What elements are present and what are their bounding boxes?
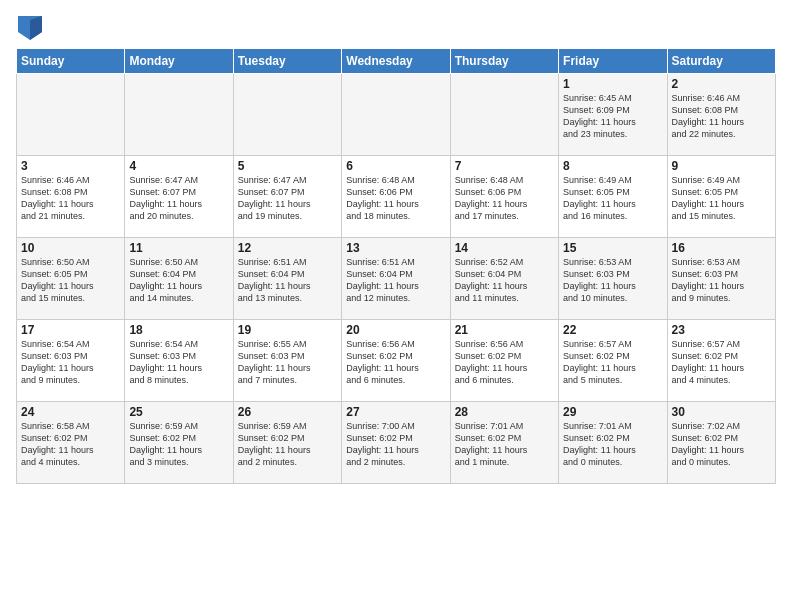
calendar-cell: 4Sunrise: 6:47 AM Sunset: 6:07 PM Daylig… xyxy=(125,156,233,238)
day-number: 6 xyxy=(346,159,445,173)
day-info: Sunrise: 7:01 AM Sunset: 6:02 PM Dayligh… xyxy=(563,420,662,469)
calendar-cell: 9Sunrise: 6:49 AM Sunset: 6:05 PM Daylig… xyxy=(667,156,775,238)
header xyxy=(16,12,776,40)
calendar-cell: 20Sunrise: 6:56 AM Sunset: 6:02 PM Dayli… xyxy=(342,320,450,402)
day-info: Sunrise: 6:49 AM Sunset: 6:05 PM Dayligh… xyxy=(563,174,662,223)
day-number: 16 xyxy=(672,241,771,255)
week-row-5: 24Sunrise: 6:58 AM Sunset: 6:02 PM Dayli… xyxy=(17,402,776,484)
calendar-cell: 3Sunrise: 6:46 AM Sunset: 6:08 PM Daylig… xyxy=(17,156,125,238)
week-row-1: 1Sunrise: 6:45 AM Sunset: 6:09 PM Daylig… xyxy=(17,74,776,156)
day-number: 11 xyxy=(129,241,228,255)
calendar-cell: 24Sunrise: 6:58 AM Sunset: 6:02 PM Dayli… xyxy=(17,402,125,484)
week-row-3: 10Sunrise: 6:50 AM Sunset: 6:05 PM Dayli… xyxy=(17,238,776,320)
day-number: 4 xyxy=(129,159,228,173)
day-info: Sunrise: 6:45 AM Sunset: 6:09 PM Dayligh… xyxy=(563,92,662,141)
calendar-cell: 16Sunrise: 6:53 AM Sunset: 6:03 PM Dayli… xyxy=(667,238,775,320)
day-number: 25 xyxy=(129,405,228,419)
day-info: Sunrise: 6:46 AM Sunset: 6:08 PM Dayligh… xyxy=(21,174,120,223)
header-monday: Monday xyxy=(125,49,233,74)
calendar-cell: 28Sunrise: 7:01 AM Sunset: 6:02 PM Dayli… xyxy=(450,402,558,484)
day-number: 5 xyxy=(238,159,337,173)
calendar-cell: 19Sunrise: 6:55 AM Sunset: 6:03 PM Dayli… xyxy=(233,320,341,402)
day-info: Sunrise: 6:59 AM Sunset: 6:02 PM Dayligh… xyxy=(238,420,337,469)
day-number: 14 xyxy=(455,241,554,255)
day-info: Sunrise: 6:53 AM Sunset: 6:03 PM Dayligh… xyxy=(672,256,771,305)
header-tuesday: Tuesday xyxy=(233,49,341,74)
calendar-cell: 8Sunrise: 6:49 AM Sunset: 6:05 PM Daylig… xyxy=(559,156,667,238)
calendar-cell: 10Sunrise: 6:50 AM Sunset: 6:05 PM Dayli… xyxy=(17,238,125,320)
calendar-cell xyxy=(450,74,558,156)
day-number: 13 xyxy=(346,241,445,255)
header-saturday: Saturday xyxy=(667,49,775,74)
calendar-cell: 18Sunrise: 6:54 AM Sunset: 6:03 PM Dayli… xyxy=(125,320,233,402)
day-info: Sunrise: 6:50 AM Sunset: 6:05 PM Dayligh… xyxy=(21,256,120,305)
day-number: 27 xyxy=(346,405,445,419)
page-container: SundayMondayTuesdayWednesdayThursdayFrid… xyxy=(0,0,792,492)
day-info: Sunrise: 6:48 AM Sunset: 6:06 PM Dayligh… xyxy=(455,174,554,223)
calendar-cell: 12Sunrise: 6:51 AM Sunset: 6:04 PM Dayli… xyxy=(233,238,341,320)
calendar-table: SundayMondayTuesdayWednesdayThursdayFrid… xyxy=(16,48,776,484)
header-row: SundayMondayTuesdayWednesdayThursdayFrid… xyxy=(17,49,776,74)
calendar-header: SundayMondayTuesdayWednesdayThursdayFrid… xyxy=(17,49,776,74)
day-number: 22 xyxy=(563,323,662,337)
day-info: Sunrise: 6:49 AM Sunset: 6:05 PM Dayligh… xyxy=(672,174,771,223)
logo-icon xyxy=(18,16,42,40)
day-number: 21 xyxy=(455,323,554,337)
header-wednesday: Wednesday xyxy=(342,49,450,74)
day-number: 23 xyxy=(672,323,771,337)
calendar-cell: 22Sunrise: 6:57 AM Sunset: 6:02 PM Dayli… xyxy=(559,320,667,402)
calendar-cell xyxy=(17,74,125,156)
calendar-cell: 25Sunrise: 6:59 AM Sunset: 6:02 PM Dayli… xyxy=(125,402,233,484)
calendar-cell xyxy=(233,74,341,156)
day-number: 28 xyxy=(455,405,554,419)
calendar-body: 1Sunrise: 6:45 AM Sunset: 6:09 PM Daylig… xyxy=(17,74,776,484)
day-number: 29 xyxy=(563,405,662,419)
day-info: Sunrise: 6:46 AM Sunset: 6:08 PM Dayligh… xyxy=(672,92,771,141)
day-number: 2 xyxy=(672,77,771,91)
calendar-cell xyxy=(125,74,233,156)
calendar-cell: 7Sunrise: 6:48 AM Sunset: 6:06 PM Daylig… xyxy=(450,156,558,238)
header-sunday: Sunday xyxy=(17,49,125,74)
day-info: Sunrise: 6:58 AM Sunset: 6:02 PM Dayligh… xyxy=(21,420,120,469)
header-friday: Friday xyxy=(559,49,667,74)
week-row-2: 3Sunrise: 6:46 AM Sunset: 6:08 PM Daylig… xyxy=(17,156,776,238)
week-row-4: 17Sunrise: 6:54 AM Sunset: 6:03 PM Dayli… xyxy=(17,320,776,402)
day-info: Sunrise: 6:47 AM Sunset: 6:07 PM Dayligh… xyxy=(129,174,228,223)
day-info: Sunrise: 6:59 AM Sunset: 6:02 PM Dayligh… xyxy=(129,420,228,469)
day-info: Sunrise: 7:02 AM Sunset: 6:02 PM Dayligh… xyxy=(672,420,771,469)
day-number: 8 xyxy=(563,159,662,173)
logo xyxy=(16,16,42,40)
day-number: 9 xyxy=(672,159,771,173)
day-info: Sunrise: 6:51 AM Sunset: 6:04 PM Dayligh… xyxy=(238,256,337,305)
calendar-cell: 21Sunrise: 6:56 AM Sunset: 6:02 PM Dayli… xyxy=(450,320,558,402)
day-info: Sunrise: 6:55 AM Sunset: 6:03 PM Dayligh… xyxy=(238,338,337,387)
day-info: Sunrise: 6:54 AM Sunset: 6:03 PM Dayligh… xyxy=(129,338,228,387)
calendar-cell: 14Sunrise: 6:52 AM Sunset: 6:04 PM Dayli… xyxy=(450,238,558,320)
calendar-cell: 6Sunrise: 6:48 AM Sunset: 6:06 PM Daylig… xyxy=(342,156,450,238)
day-number: 12 xyxy=(238,241,337,255)
day-number: 18 xyxy=(129,323,228,337)
calendar-cell: 5Sunrise: 6:47 AM Sunset: 6:07 PM Daylig… xyxy=(233,156,341,238)
day-info: Sunrise: 6:57 AM Sunset: 6:02 PM Dayligh… xyxy=(563,338,662,387)
day-info: Sunrise: 6:51 AM Sunset: 6:04 PM Dayligh… xyxy=(346,256,445,305)
day-number: 24 xyxy=(21,405,120,419)
day-info: Sunrise: 6:53 AM Sunset: 6:03 PM Dayligh… xyxy=(563,256,662,305)
day-info: Sunrise: 6:50 AM Sunset: 6:04 PM Dayligh… xyxy=(129,256,228,305)
day-info: Sunrise: 7:01 AM Sunset: 6:02 PM Dayligh… xyxy=(455,420,554,469)
day-info: Sunrise: 6:54 AM Sunset: 6:03 PM Dayligh… xyxy=(21,338,120,387)
calendar-cell: 1Sunrise: 6:45 AM Sunset: 6:09 PM Daylig… xyxy=(559,74,667,156)
day-number: 3 xyxy=(21,159,120,173)
calendar-cell: 26Sunrise: 6:59 AM Sunset: 6:02 PM Dayli… xyxy=(233,402,341,484)
calendar-cell: 13Sunrise: 6:51 AM Sunset: 6:04 PM Dayli… xyxy=(342,238,450,320)
calendar-cell: 15Sunrise: 6:53 AM Sunset: 6:03 PM Dayli… xyxy=(559,238,667,320)
calendar-cell: 11Sunrise: 6:50 AM Sunset: 6:04 PM Dayli… xyxy=(125,238,233,320)
calendar-cell: 17Sunrise: 6:54 AM Sunset: 6:03 PM Dayli… xyxy=(17,320,125,402)
day-info: Sunrise: 7:00 AM Sunset: 6:02 PM Dayligh… xyxy=(346,420,445,469)
day-number: 17 xyxy=(21,323,120,337)
svg-marker-1 xyxy=(30,16,42,40)
day-number: 7 xyxy=(455,159,554,173)
calendar-cell: 27Sunrise: 7:00 AM Sunset: 6:02 PM Dayli… xyxy=(342,402,450,484)
calendar-cell: 23Sunrise: 6:57 AM Sunset: 6:02 PM Dayli… xyxy=(667,320,775,402)
header-thursday: Thursday xyxy=(450,49,558,74)
day-info: Sunrise: 6:56 AM Sunset: 6:02 PM Dayligh… xyxy=(455,338,554,387)
